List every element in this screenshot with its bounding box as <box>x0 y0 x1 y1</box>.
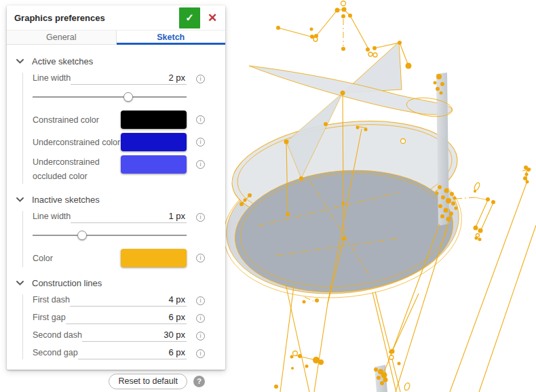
info-icon[interactable] <box>196 138 205 146</box>
inactive-line-width-slider[interactable] <box>33 231 214 240</box>
line-width-row: Line width 2 px <box>33 73 214 85</box>
section-body-construction-lines: First dash 4 px First gap 6 px Second da… <box>22 294 214 359</box>
section-header-inactive-sketches[interactable]: Inactive sketches <box>16 193 214 206</box>
section-title: Active sketches <box>32 56 93 66</box>
dialog-body: Active sketches Line width 2 px <box>7 45 225 389</box>
chevron-down-icon <box>16 59 24 64</box>
second-gap-input[interactable]: 6 px <box>78 347 187 359</box>
info-icon[interactable] <box>196 115 205 124</box>
field-label: Underconstrained color <box>33 138 120 147</box>
section-title: Construction lines <box>32 278 102 288</box>
info-icon[interactable] <box>196 254 205 262</box>
confirm-button[interactable]: ✓ <box>179 7 200 28</box>
line-width-row: Line width 1 px <box>33 211 214 223</box>
occluded-color-swatch[interactable] <box>121 155 187 174</box>
section-body-inactive-sketches: Line width 1 px Color <box>22 211 214 267</box>
field-label: Color <box>33 254 53 263</box>
inactive-color-row: Color <box>33 249 214 267</box>
tab-bar: General Sketch <box>7 30 225 45</box>
graphics-preferences-dialog: Graphics preferences ✓ ✕ General Sketch … <box>7 5 225 370</box>
info-icon[interactable] <box>196 314 205 323</box>
app-canvas: Graphics preferences ✓ ✕ General Sketch … <box>0 0 536 392</box>
section-body-active-sketches: Line width 2 px Constrained color <box>22 73 214 184</box>
slider-handle[interactable] <box>77 231 87 240</box>
underconstrained-color-swatch[interactable] <box>121 133 187 151</box>
dialog-title: Graphics preferences <box>14 13 179 23</box>
field-label: First dash <box>33 295 70 305</box>
chevron-down-icon <box>16 281 24 286</box>
info-icon[interactable] <box>196 349 205 358</box>
info-icon[interactable] <box>196 213 205 222</box>
field-label: Constrained color <box>33 115 99 125</box>
first-gap-row: First gap 6 px <box>33 312 214 324</box>
help-icon[interactable]: ? <box>193 376 205 387</box>
first-gap-input[interactable]: 6 px <box>66 312 187 324</box>
close-button[interactable]: ✕ <box>205 12 220 24</box>
field-label: Second gap <box>33 348 78 357</box>
info-icon[interactable] <box>196 160 205 169</box>
section-header-active-sketches[interactable]: Active sketches <box>16 54 214 68</box>
inactive-line-width-input[interactable]: 1 px <box>71 211 187 223</box>
info-icon[interactable] <box>196 75 205 83</box>
check-icon: ✓ <box>185 12 194 24</box>
info-icon[interactable] <box>196 332 205 340</box>
reset-to-default-button[interactable]: Reset to default <box>109 374 187 389</box>
first-dash-input[interactable]: 4 px <box>70 294 187 307</box>
info-icon[interactable] <box>196 296 205 305</box>
field-label: Second dash <box>33 330 82 340</box>
field-label: Line width <box>33 73 71 83</box>
constrained-color-row: Constrained color <box>33 111 214 129</box>
field-label: Underconstrained occluded color <box>33 155 121 184</box>
tab-general[interactable]: General <box>7 31 116 45</box>
underconstrained-color-row: Underconstrained color <box>33 133 214 151</box>
field-label: Line width <box>33 212 71 221</box>
inactive-color-swatch[interactable] <box>121 249 187 267</box>
section-title: Inactive sketches <box>32 195 100 205</box>
active-line-width-slider[interactable] <box>33 92 214 102</box>
dialog-header: Graphics preferences ✓ ✕ <box>7 5 225 30</box>
close-icon: ✕ <box>208 12 217 24</box>
occluded-color-row: Underconstrained occluded color <box>33 155 214 184</box>
second-gap-row: Second gap 6 px <box>33 347 214 359</box>
first-dash-row: First dash 4 px <box>33 294 214 307</box>
field-label: First gap <box>33 313 66 322</box>
second-dash-input[interactable]: 30 px <box>82 330 187 342</box>
slider-track[interactable] <box>33 92 187 102</box>
active-line-width-input[interactable]: 2 px <box>71 73 187 85</box>
section-header-construction-lines[interactable]: Construction lines <box>16 276 214 290</box>
tab-sketch[interactable]: Sketch <box>116 31 226 45</box>
second-dash-row: Second dash 30 px <box>33 330 214 342</box>
slider-handle[interactable] <box>123 92 133 102</box>
chevron-down-icon <box>16 197 24 202</box>
constrained-color-swatch[interactable] <box>121 111 187 129</box>
slider-track[interactable] <box>33 231 187 240</box>
dialog-footer: Reset to default ? <box>16 368 214 389</box>
